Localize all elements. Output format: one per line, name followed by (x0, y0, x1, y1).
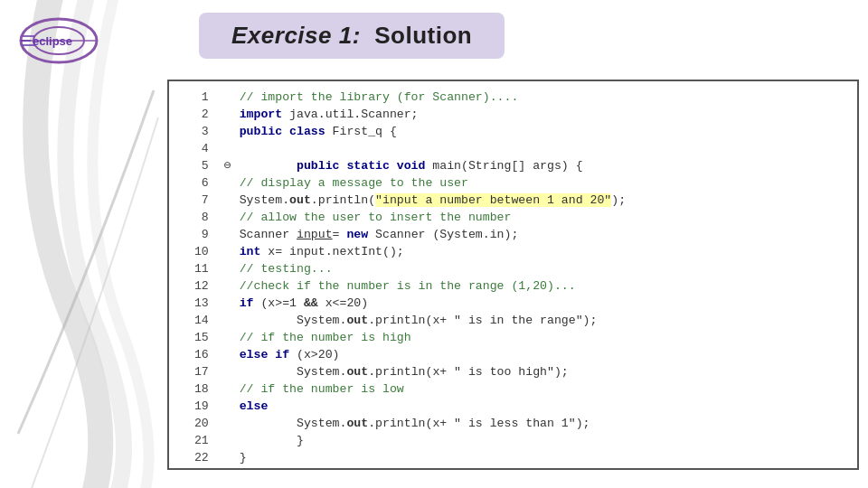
line-number: 20 (180, 415, 220, 432)
code-line: System.out.println(x+ " is too high"); (240, 363, 846, 380)
code-line: else if (x>20) (240, 346, 846, 363)
line-arrow (220, 174, 240, 192)
eclipse-logo: eclipse (16, 16, 102, 70)
line-arrow (220, 380, 240, 398)
line-number: 6 (180, 174, 220, 192)
code-line: public class First_q { (240, 123, 846, 140)
code-line: } (240, 432, 846, 449)
line-number: 21 (180, 432, 220, 449)
code-line: //check if the number is in the range (1… (240, 277, 846, 295)
line-number: 2 (180, 106, 220, 123)
table-row: 18// if the number is low (180, 380, 846, 398)
code-line: public static void main(String[] args) { (240, 157, 846, 174)
line-arrow (220, 432, 240, 449)
line-arrow (220, 192, 240, 209)
code-line: if (x>=1 && x<=20) (240, 295, 846, 312)
table-row: 22} (180, 449, 846, 466)
line-number: 11 (180, 260, 220, 277)
line-arrow (220, 415, 240, 432)
code-line: // allow the user to insert the number (240, 209, 846, 226)
line-arrow (220, 140, 240, 157)
table-row: 14 System.out.println(x+ " is in the ran… (180, 312, 846, 329)
table-row: 9Scanner input= new Scanner (System.in); (180, 226, 846, 243)
line-number: 18 (180, 380, 220, 398)
line-arrow (220, 106, 240, 123)
code-line: System.out.println(x+ " is less than 1")… (240, 415, 846, 432)
code-line: } (240, 449, 846, 466)
line-arrow (220, 329, 240, 346)
line-arrow (220, 346, 240, 363)
code-line: // import the library (for Scanner).... (240, 89, 846, 106)
line-number: 4 (180, 140, 220, 157)
line-arrow (220, 398, 240, 415)
svg-text:eclipse: eclipse (33, 34, 72, 48)
code-line: else (240, 398, 846, 415)
line-number: 3 (180, 123, 220, 140)
line-arrow (220, 89, 240, 106)
table-row: 2import java.util.Scanner; (180, 106, 846, 123)
line-arrow (220, 449, 240, 466)
title-box: Exercise 1: Solution (199, 13, 505, 59)
line-number: 10 (180, 243, 220, 260)
line-arrow: ⊖ (220, 157, 240, 174)
table-row: 10int x= input.nextInt(); (180, 243, 846, 260)
line-arrow (220, 209, 240, 226)
code-line: System.out.println("input a number betwe… (240, 192, 846, 209)
line-number: 5 (180, 157, 220, 174)
code-line: // display a message to the user (240, 174, 846, 192)
line-number: 19 (180, 398, 220, 415)
table-row: 11// testing... (180, 260, 846, 277)
table-row: 15// if the number is high (180, 329, 846, 346)
table-row: 8// allow the user to insert the number (180, 209, 846, 226)
line-arrow (220, 295, 240, 312)
table-row: 17 System.out.println(x+ " is too high")… (180, 363, 846, 380)
line-number: 17 (180, 363, 220, 380)
line-arrow (220, 363, 240, 380)
line-arrow (220, 123, 240, 140)
table-row: 1// import the library (for Scanner).... (180, 89, 846, 106)
line-number: 7 (180, 192, 220, 209)
line-number: 1 (180, 89, 220, 106)
code-line (240, 140, 846, 157)
line-number: 14 (180, 312, 220, 329)
table-row: 21 } (180, 432, 846, 449)
line-number: 16 (180, 346, 220, 363)
line-number: 13 (180, 295, 220, 312)
table-row: 3public class First_q { (180, 123, 846, 140)
code-line: // if the number is low (240, 380, 846, 398)
table-row: 16else if (x>20) (180, 346, 846, 363)
table-row: 4 (180, 140, 846, 157)
line-number: 12 (180, 277, 220, 295)
line-number: 15 (180, 329, 220, 346)
line-arrow (220, 226, 240, 243)
table-row: 5⊖ public static void main(String[] args… (180, 157, 846, 174)
code-line: Scanner input= new Scanner (System.in); (240, 226, 846, 243)
table-row: 19else (180, 398, 846, 415)
code-line: import java.util.Scanner; (240, 106, 846, 123)
table-row: 13if (x>=1 && x<=20) (180, 295, 846, 312)
code-line: int x= input.nextInt(); (240, 243, 846, 260)
table-row: 20 System.out.println(x+ " is less than … (180, 415, 846, 432)
table-row: 6// display a message to the user (180, 174, 846, 192)
line-number: 9 (180, 226, 220, 243)
table-row: 12//check if the number is in the range … (180, 277, 846, 295)
code-panel: 1// import the library (for Scanner)....… (167, 80, 859, 470)
line-arrow (220, 243, 240, 260)
code-table: 1// import the library (for Scanner)....… (180, 89, 846, 466)
line-arrow (220, 277, 240, 295)
code-line: System.out.println(x+ " is in the range"… (240, 312, 846, 329)
code-line: // if the number is high (240, 329, 846, 346)
line-arrow (220, 260, 240, 277)
line-arrow (220, 312, 240, 329)
line-number: 22 (180, 449, 220, 466)
table-row: 7System.out.println("input a number betw… (180, 192, 846, 209)
line-number: 8 (180, 209, 220, 226)
page-title: Exercise 1: Solution (231, 22, 472, 49)
code-line: // testing... (240, 260, 846, 277)
